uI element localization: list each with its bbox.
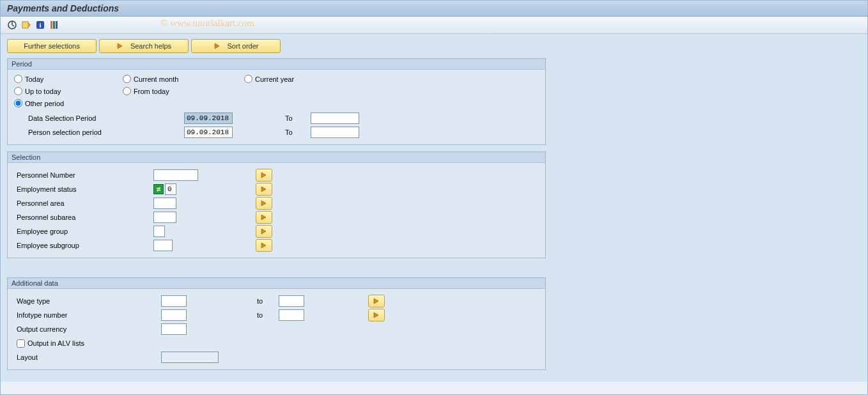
radio-current-year-label: Current year (255, 75, 294, 83)
personnel-number-multi-button[interactable] (256, 169, 272, 182)
svg-rect-6 (50, 21, 52, 29)
employment-status-multi-button[interactable] (256, 183, 272, 196)
personnel-subarea-multi-button[interactable] (256, 211, 272, 224)
watermark-text: © www.tutorialkart.com (160, 18, 254, 29)
employee-group-input[interactable] (153, 226, 165, 237)
structure-icon[interactable] (49, 20, 59, 30)
output-currency-input[interactable] (161, 323, 187, 335)
employee-subgroup-multi-button[interactable] (256, 239, 272, 252)
radio-up-to-today[interactable]: Up to today (14, 87, 123, 95)
svg-text:i: i (39, 21, 41, 29)
selection-group: Selection Personnel Number Employment st… (7, 151, 546, 258)
person-selection-to-input[interactable] (311, 127, 359, 138)
not-equal-icon[interactable]: ≠ (153, 184, 164, 194)
arrow-right-icon (116, 42, 124, 50)
radio-today[interactable]: Today (14, 75, 123, 83)
output-currency-label: Output currency (14, 325, 161, 333)
app-toolbar: i © www.tutorialkart.com (1, 17, 867, 34)
radio-current-month-label: Current month (134, 75, 178, 83)
infotype-label: Infotype number (14, 311, 161, 319)
layout-input[interactable] (161, 352, 219, 363)
data-selection-period-label: Data Selection Period (14, 114, 161, 122)
layout-label: Layout (14, 353, 161, 361)
employee-group-multi-button[interactable] (256, 225, 272, 238)
search-helps-button[interactable]: Search helps (99, 39, 189, 53)
sort-order-label: Sort order (228, 42, 259, 50)
output-alv-label: Output in ALV lists (27, 339, 84, 347)
employee-subgroup-label: Employee subgroup (14, 242, 153, 249)
page-title: Payments and Deductions (1, 1, 867, 17)
additional-legend: Additional data (8, 278, 545, 289)
sort-order-button[interactable]: Sort order (191, 39, 281, 53)
arrow-right-icon (213, 42, 221, 50)
variant-icon[interactable] (21, 20, 31, 30)
radio-up-to-today-label: Up to today (25, 88, 61, 95)
employee-subgroup-input[interactable] (153, 240, 173, 251)
execute-icon[interactable] (7, 20, 17, 30)
additional-data-group: Additional data Wage type to Infotype nu… (7, 277, 546, 370)
radio-from-today[interactable]: From today (123, 87, 244, 95)
personnel-number-input[interactable] (153, 169, 198, 181)
employee-group-label: Employee group (14, 228, 153, 235)
svg-line-2 (12, 25, 14, 26)
personnel-number-label: Personnel Number (14, 171, 153, 179)
personnel-area-input[interactable] (153, 198, 176, 209)
wage-type-to-input[interactable] (279, 295, 304, 307)
infotype-to-input[interactable] (279, 309, 304, 321)
infotype-multi-button[interactable] (368, 309, 385, 321)
infotype-to-label: to (187, 311, 279, 319)
employment-status-label: Employment status (14, 185, 153, 193)
further-selections-button[interactable]: Further selections (7, 39, 97, 53)
output-alv-checkbox[interactable]: Output in ALV lists (14, 339, 84, 348)
further-selections-label: Further selections (24, 42, 79, 50)
personnel-subarea-label: Personnel subarea (14, 213, 153, 221)
radio-other-period[interactable]: Other period (14, 99, 123, 107)
data-selection-to-input[interactable] (311, 112, 359, 124)
radio-today-label: Today (25, 75, 43, 83)
content-area: Further selections Search helps Sort ord… (1, 34, 867, 382)
svg-rect-3 (22, 22, 28, 28)
wage-type-label: Wage type (14, 297, 161, 305)
radio-other-period-label: Other period (25, 100, 64, 107)
infotype-from-input[interactable] (161, 309, 187, 321)
person-selection-to-label: To (285, 128, 311, 136)
data-selection-to-label: To (285, 114, 311, 122)
personnel-area-multi-button[interactable] (256, 197, 272, 210)
wage-type-multi-button[interactable] (368, 295, 385, 307)
svg-rect-7 (53, 21, 55, 29)
employment-status-input[interactable] (165, 183, 176, 195)
search-helps-label: Search helps (130, 42, 171, 50)
data-selection-from-input[interactable] (184, 112, 233, 124)
person-selection-period-label: Person selection period (14, 128, 161, 136)
period-legend: Period (8, 59, 545, 70)
radio-from-today-label: From today (134, 88, 169, 95)
radio-current-year[interactable]: Current year (244, 75, 372, 83)
person-selection-from-input[interactable] (184, 127, 233, 138)
personnel-subarea-input[interactable] (153, 212, 176, 223)
svg-rect-8 (56, 21, 58, 29)
selection-legend: Selection (8, 152, 545, 163)
radio-current-month[interactable]: Current month (123, 75, 244, 83)
info-icon[interactable]: i (35, 20, 45, 30)
personnel-area-label: Personnel area (14, 199, 153, 207)
wage-type-from-input[interactable] (161, 295, 187, 307)
period-group: Period Today Current month Current year … (7, 58, 546, 145)
wage-type-to-label: to (187, 297, 279, 305)
